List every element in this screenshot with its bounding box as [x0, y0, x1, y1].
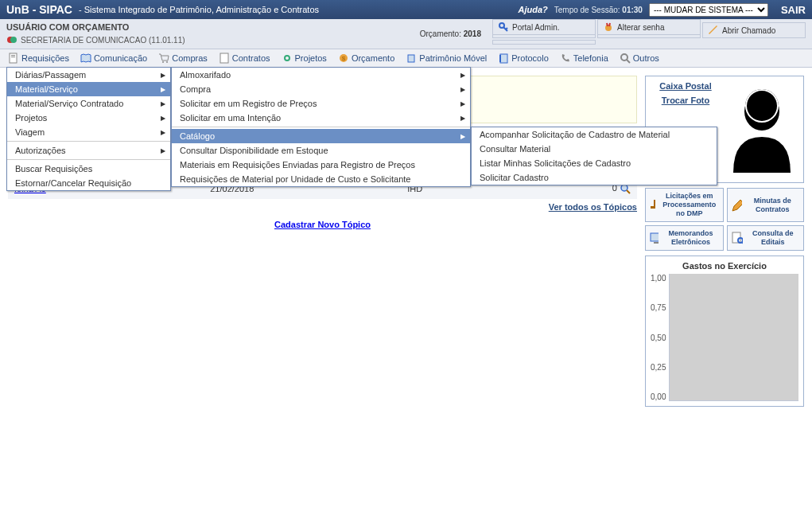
empty-slot [492, 40, 596, 45]
brand: UnB - SIPAC [6, 3, 72, 16]
key-icon [498, 21, 509, 33]
dept-icon [6, 34, 17, 45]
svg-rect-12 [11, 57, 15, 57]
svg-rect-20 [500, 54, 507, 63]
menu-solicitar-cadastro[interactable]: Solicitar Cadastro [472, 170, 717, 185]
menu-orcamento[interactable]: $Orçamento [336, 51, 396, 65]
menu-projetos-sub[interactable]: Projetos [7, 111, 170, 125]
chart-plot [669, 274, 798, 401]
alterar-senha-link[interactable]: Alterar senha [597, 19, 701, 35]
avatar [725, 81, 798, 173]
svg-rect-21 [499, 55, 501, 62]
medal-icon [603, 21, 614, 33]
pencil-icon [731, 198, 742, 213]
dropdown-requisicoes: Diárias/Passagem Material/Serviço Materi… [6, 67, 171, 191]
notebook-icon [498, 53, 509, 64]
editais-button[interactable]: Consulta de Editais [727, 225, 804, 251]
menu-outros[interactable]: Outros [618, 51, 661, 65]
topbar: UnB - SIPAC - Sistema Integrado de Patri… [0, 0, 812, 19]
session-time: Tempo de Sessão: 01:30 [554, 6, 643, 14]
doc-icon [8, 53, 19, 64]
menubar: Requisições Comunicação Compras Contrato… [0, 49, 812, 68]
svg-point-22 [621, 54, 627, 60]
menu-material-servico[interactable]: Material/Serviço [7, 82, 170, 96]
svg-point-9 [605, 25, 612, 31]
gear-icon [282, 53, 293, 64]
caixa-postal-profile-link[interactable]: Caixa Postal [651, 81, 721, 91]
menu-solicitar-intencao[interactable]: Solicitar em uma Intenção [172, 111, 470, 125]
system-switch-select[interactable]: --- MUDAR DE SISTEMA --- [649, 3, 768, 17]
menu-viagem[interactable]: Viagem [7, 125, 170, 139]
monitor-icon [649, 231, 659, 245]
user-label: USUÁRIO COM ORÇAMENTO [6, 22, 420, 32]
menu-materiais-req[interactable]: Materiais em Requisições Enviadas para R… [172, 158, 470, 172]
menu-consultar-disp[interactable]: Consultar Disponibilidade em Estoque [172, 143, 470, 158]
svg-point-27 [744, 92, 779, 131]
svg-rect-19 [408, 55, 414, 62]
menu-req-material-unidade[interactable]: Requisições de Material por Unidade de C… [172, 172, 470, 186]
menu-patrimonio[interactable]: Patrimônio Móvel [404, 51, 488, 65]
menu-listar-solicitacoes[interactable]: Listar Minhas Solicitações de Cadastro [472, 156, 717, 170]
licitacoes-button[interactable]: Licitações em Processamento no DMP [645, 188, 724, 222]
cart-icon [158, 53, 169, 64]
svg-point-14 [166, 61, 168, 63]
menu-compras[interactable]: Compras [157, 51, 209, 65]
building-icon [406, 53, 417, 64]
dept-label: SECRETARIA DE COMUNICACAO (11.01.11) [6, 34, 420, 45]
phone-icon [560, 53, 571, 64]
menu-almoxarifado[interactable]: Almoxarifado [172, 68, 470, 82]
svg-rect-31 [654, 242, 659, 244]
menu-telefonia[interactable]: Telefonia [558, 51, 610, 65]
menu-buscar-requisicoes[interactable]: Buscar Requisições [7, 162, 170, 176]
orcamento-label: Orçamento: 2018 [420, 29, 481, 38]
menu-estornar-cancelar[interactable]: Estornar/Cancelar Requisição [7, 176, 170, 190]
svg-point-25 [621, 185, 627, 191]
trocar-foto-link[interactable]: Trocar Foto [651, 96, 721, 105]
menu-consultar-material[interactable]: Consultar Material [472, 142, 717, 156]
svg-point-16 [285, 56, 289, 60]
menu-contratos[interactable]: Contratos [217, 51, 272, 65]
svg-rect-10 [10, 53, 17, 63]
book-icon [80, 53, 91, 64]
svg-text:$: $ [342, 55, 346, 62]
money-icon: $ [338, 53, 349, 64]
svg-point-13 [162, 61, 164, 63]
dropdown-material-servico: Almoxarifado Compra Solicitar em um Regi… [171, 67, 471, 187]
page-icon [219, 53, 230, 64]
menu-requisicoes[interactable]: Requisições [6, 51, 71, 65]
svg-rect-30 [651, 233, 659, 241]
menu-compra[interactable]: Compra [172, 82, 470, 96]
menu-acompanhar-solicitacao[interactable]: Acompanhar Solicitação de Cadastro de Ma… [472, 127, 717, 142]
chart-yaxis: 1,00 0,75 0,50 0,25 0,00 [651, 274, 666, 401]
dropdown-catalogo: Acompanhar Solicitação de Cadastro de Ma… [471, 127, 717, 185]
menu-material-servico-contratado[interactable]: Material/Serviço Contratado [7, 96, 170, 111]
ver-todos-link[interactable]: Ver todos os Tópicos [549, 202, 637, 212]
minutas-button[interactable]: Minutas de Contratos [727, 188, 804, 222]
svg-rect-28 [651, 206, 655, 209]
help-link[interactable]: Ajuda? [518, 5, 547, 14]
menu-comunicacao[interactable]: Comunicação [79, 51, 149, 65]
memorandos-button[interactable]: Memorandos Eletrônicos [645, 225, 724, 251]
sair-button[interactable]: SAIR [781, 4, 806, 16]
menu-autorizacoes[interactable]: Autorizações [7, 143, 170, 158]
search-doc-icon [731, 231, 743, 245]
system-subtitle: - Sistema Integrado de Patrimônio, Admin… [79, 5, 319, 14]
search-icon [620, 53, 631, 64]
chart-title: Gastos no Exercício [651, 261, 798, 271]
menu-diarias-passagem[interactable]: Diárias/Passagem [7, 68, 170, 82]
hammer-icon [649, 198, 655, 213]
svg-rect-15 [220, 53, 228, 63]
svg-point-1 [10, 37, 17, 43]
menu-solicitar-registro[interactable]: Solicitar em um Registro de Preços [172, 96, 470, 111]
menu-projetos[interactable]: Projetos [280, 51, 328, 65]
menu-catalogo[interactable]: Catálogo [172, 129, 470, 143]
cadastrar-topico-link[interactable]: Cadastrar Novo Tópico [274, 220, 371, 229]
chart-box: Gastos no Exercício 1,00 0,75 0,50 0,25 … [645, 256, 804, 407]
svg-rect-11 [11, 55, 15, 56]
portal-admin-link[interactable]: Portal Admin. [492, 19, 596, 35]
menu-protocolo[interactable]: Protocolo [496, 51, 550, 65]
svg-rect-29 [654, 200, 655, 206]
